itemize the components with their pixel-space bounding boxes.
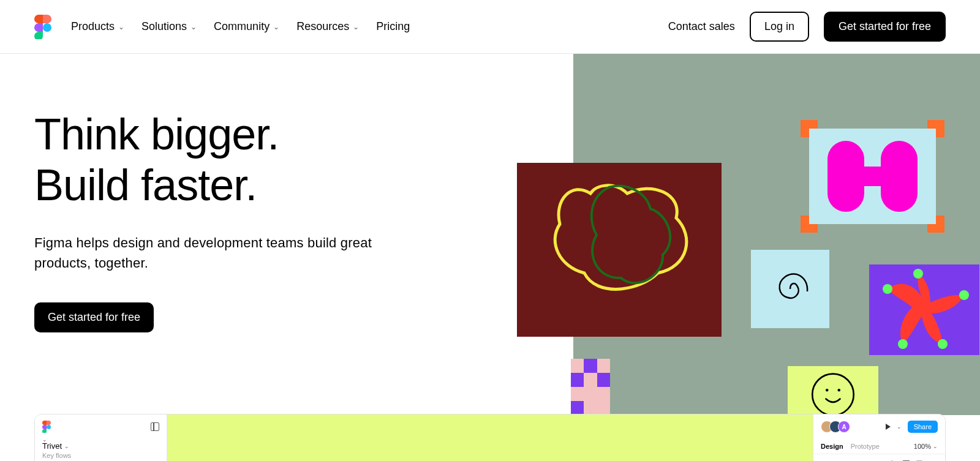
share-button[interactable]: Share bbox=[908, 421, 938, 433]
figma-app-mockup: ⌄ Trivet ⌄ Key flows File Assets ⌄ Pages… bbox=[34, 414, 946, 461]
avatar-letter: A bbox=[838, 421, 850, 433]
figma-right-panel: A ⌄ Share Design Prototype 100% ⌄ bbox=[813, 414, 945, 461]
hero-title-line2: Build faster. bbox=[34, 160, 257, 209]
svg-point-6 bbox=[938, 339, 948, 349]
zoom-value: 100% bbox=[914, 443, 931, 450]
nav-pricing[interactable]: Pricing bbox=[376, 20, 410, 33]
main-content: Think bigger. Build faster. Figma helps … bbox=[0, 54, 980, 461]
project-subtitle: Key flows bbox=[35, 452, 167, 461]
contact-sales-link[interactable]: Contact sales bbox=[668, 20, 735, 33]
nav-solutions[interactable]: Solutions ⌄ bbox=[141, 20, 197, 33]
hero-title-line1: Think bigger. bbox=[34, 110, 279, 159]
figma-left-header: ⌄ bbox=[35, 414, 167, 439]
decorative-card-checker bbox=[571, 359, 610, 415]
panel-toggle-icon[interactable] bbox=[151, 422, 159, 431]
svg-point-7 bbox=[959, 290, 969, 300]
project-name[interactable]: Trivet ⌄ bbox=[35, 439, 167, 452]
svg-point-9 bbox=[812, 374, 854, 416]
chevron-down-icon: ⌄ bbox=[353, 23, 359, 31]
svg-point-8 bbox=[913, 269, 923, 279]
right-panel-header: A ⌄ Share bbox=[813, 414, 945, 439]
hero-heading: Think bigger. Build faster. bbox=[34, 109, 463, 211]
chevron-down-icon: ⌄ bbox=[933, 443, 938, 449]
nav-products-label: Products bbox=[71, 20, 115, 33]
svg-point-0 bbox=[43, 23, 51, 32]
chevron-down-icon: ⌄ bbox=[273, 23, 279, 31]
hero-section: Think bigger. Build faster. Figma helps … bbox=[34, 109, 463, 332]
figma-canvas[interactable]: Hi Chef ‹ Yasmin live ‹ Back bbox=[167, 414, 813, 461]
right-panel-tabs: Design Prototype 100% ⌄ bbox=[813, 439, 945, 454]
figma-logo-mini-icon[interactable]: ⌄ bbox=[42, 421, 51, 433]
svg-point-12 bbox=[47, 425, 51, 429]
decorative-card-smiley bbox=[788, 366, 878, 416]
chevron-down-icon: ⌄ bbox=[190, 23, 197, 31]
nav-resources-label: Resources bbox=[296, 20, 349, 33]
nav-community[interactable]: Community ⌄ bbox=[214, 20, 279, 33]
nav-pricing-label: Pricing bbox=[376, 20, 410, 33]
svg-point-4 bbox=[883, 284, 892, 294]
nav-resources[interactable]: Resources ⌄ bbox=[296, 20, 359, 33]
nav-community-label: Community bbox=[214, 20, 270, 33]
hero-subtitle: Figma helps design and development teams… bbox=[34, 233, 426, 273]
hero-cta-button[interactable]: Get started for free bbox=[34, 302, 154, 332]
main-nav: Products ⌄ Solutions ⌄ Community ⌄ Resou… bbox=[71, 20, 410, 33]
login-button[interactable]: Log in bbox=[750, 12, 809, 42]
svg-point-11 bbox=[838, 389, 840, 391]
svg-point-5 bbox=[898, 339, 908, 349]
header-right: Contact sales Log in Get started for fre… bbox=[668, 12, 946, 42]
tab-prototype[interactable]: Prototype bbox=[851, 443, 880, 450]
decorative-card-spiral bbox=[751, 250, 829, 328]
header-left: Products ⌄ Solutions ⌄ Community ⌄ Resou… bbox=[34, 15, 410, 39]
nav-solutions-label: Solutions bbox=[141, 20, 187, 33]
decorative-card-magenta bbox=[809, 129, 936, 224]
figma-left-panel: ⌄ Trivet ⌄ Key flows File Assets ⌄ Pages… bbox=[35, 414, 167, 461]
chevron-down-icon: ⌄ bbox=[897, 424, 902, 430]
chevron-down-icon: ⌄ bbox=[64, 443, 69, 449]
collaborator-avatars[interactable]: A bbox=[821, 421, 850, 433]
figma-logo-icon[interactable] bbox=[34, 15, 51, 39]
decorative-card-starfish bbox=[869, 264, 979, 355]
zoom-control[interactable]: 100% ⌄ bbox=[914, 443, 938, 450]
site-header: Products ⌄ Solutions ⌄ Community ⌄ Resou… bbox=[0, 0, 980, 54]
project-name-label: Trivet bbox=[42, 441, 62, 451]
svg-rect-3 bbox=[852, 167, 893, 186]
tab-design[interactable]: Design bbox=[821, 443, 843, 450]
get-started-button[interactable]: Get started for free bbox=[824, 12, 946, 42]
frame-section: Frame ⌄ ··· bbox=[813, 454, 945, 461]
svg-point-10 bbox=[826, 389, 828, 391]
decorative-card-maroon bbox=[517, 163, 722, 337]
nav-products[interactable]: Products ⌄ bbox=[71, 20, 124, 33]
play-icon[interactable] bbox=[886, 424, 891, 430]
chevron-down-icon: ⌄ bbox=[118, 23, 124, 31]
